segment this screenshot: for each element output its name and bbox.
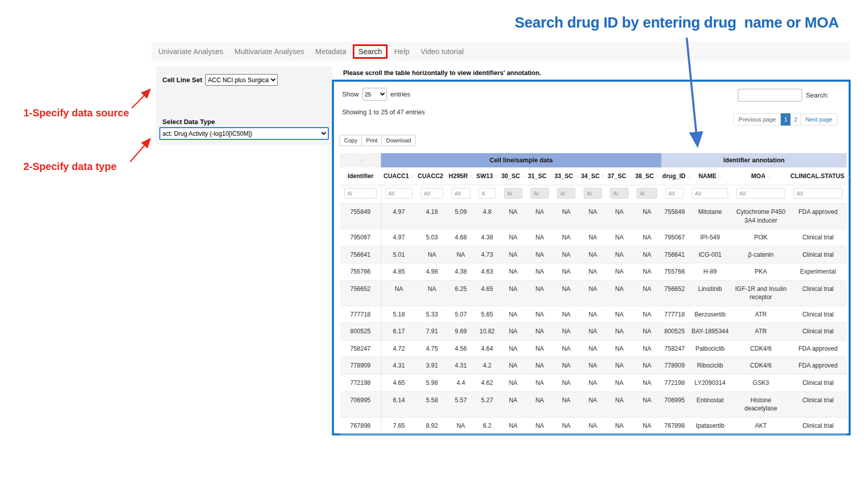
column-filter-input[interactable]: [421, 188, 443, 199]
column-header-label: H295R: [449, 173, 468, 180]
column-filter-input: [531, 188, 549, 199]
table-cell: NA: [553, 204, 580, 229]
column-header-clinical.status[interactable]: CLINICAL.STATUS↑↓: [789, 167, 847, 185]
sort-icon[interactable]: ↑↓: [718, 174, 721, 179]
column-header-cuacc1[interactable]: CUACC1↑↓: [381, 167, 417, 185]
column-filter-input[interactable]: [478, 188, 496, 199]
next-page-button[interactable]: Next page: [801, 113, 837, 126]
table-cell: 4.38: [474, 229, 500, 247]
sort-icon[interactable]: ↑↓: [521, 174, 525, 179]
table-cell: 4.98: [417, 263, 447, 281]
column-filter-input[interactable]: [736, 188, 785, 199]
column-header-label: 30_SC: [501, 173, 520, 180]
table-cell: NA: [606, 263, 633, 281]
column-header-37_sc[interactable]: 37_SC↑↓: [606, 167, 633, 185]
nav-metadata[interactable]: Metadata: [310, 44, 352, 59]
table-cell: Clinical trial: [789, 417, 847, 434]
column-header-30_sc[interactable]: 30_SC↑↓: [500, 167, 526, 185]
column-header-cuacc2[interactable]: CUACC2↑↓: [417, 167, 447, 185]
column-header-label: MOA: [751, 173, 765, 180]
print-button[interactable]: Print: [361, 135, 382, 146]
page-2-button[interactable]: 2: [790, 113, 801, 126]
column-header-drug_id[interactable]: drug_ID↑↓: [661, 167, 688, 185]
sort-icon[interactable]: ↑↓: [494, 174, 498, 179]
sort-icon[interactable]: ↑↓: [846, 174, 850, 179]
column-header-34_sc[interactable]: 34_SC↑↓: [580, 167, 606, 185]
copy-button[interactable]: Copy: [340, 135, 362, 146]
table-cell: NA: [526, 306, 553, 323]
table-cell: 5.33: [417, 306, 447, 323]
page-1-button[interactable]: 1: [781, 113, 791, 126]
column-header-label: 33_SC: [554, 173, 573, 180]
column-header-identifier[interactable]: Identifier: [340, 167, 381, 185]
column-filter-input[interactable]: [793, 188, 842, 199]
table-cell: 5.98: [417, 375, 447, 392]
sort-icon[interactable]: ↑↓: [445, 174, 448, 179]
column-filter-input[interactable]: [451, 188, 470, 199]
sort-icon[interactable]: ↑↓: [469, 174, 473, 179]
sort-icon[interactable]: ↑↓: [767, 174, 770, 179]
table-cell: NA: [500, 417, 526, 434]
sort-icon[interactable]: ↑↓: [574, 174, 578, 179]
column-header-38_sc[interactable]: 38_SC↑↓: [633, 167, 661, 185]
table-cell: 756652: [661, 280, 688, 306]
table-cell: NA: [580, 375, 606, 392]
data-type-label: Select Data Type: [162, 118, 215, 126]
nav-univariate-analyses[interactable]: Univariate Analyses: [153, 44, 229, 59]
table-cell: NA: [606, 357, 633, 375]
table-cell: 8.92: [417, 417, 447, 434]
table-cell: NA: [553, 280, 580, 306]
sort-icon[interactable]: ↑↓: [628, 174, 631, 179]
sort-icon[interactable]: ↑↓: [411, 174, 414, 179]
group-header-identifier-annotation: Identifier annotation: [661, 153, 847, 167]
table-cell: 6.2: [474, 417, 500, 434]
table-cell: Ipatasertib: [688, 417, 732, 434]
cell-line-set-select[interactable]: ACC NCI plus Surgical: [205, 74, 278, 86]
table-cell: 756641: [661, 246, 688, 263]
sort-icon[interactable]: ↑↓: [655, 174, 659, 179]
column-filter-input[interactable]: [344, 188, 377, 199]
table-cell: 4.73: [474, 246, 500, 263]
table-cell: Histone deacetylase: [732, 392, 789, 417]
sort-icon[interactable]: ↑↓: [687, 174, 690, 179]
identifier-sort-cell[interactable]: ↑↓: [340, 153, 381, 167]
table-row: 8005256.177.919.6910.82NANANANANANA80052…: [340, 323, 847, 340]
column-filter-input[interactable]: [385, 188, 413, 199]
download-button[interactable]: Download: [381, 135, 416, 146]
entries-per-page-select[interactable]: 25: [363, 88, 387, 101]
column-header-moa[interactable]: MOA↑↓: [732, 167, 789, 185]
nav-search[interactable]: Search: [353, 44, 388, 59]
column-header-31_sc[interactable]: 31_SC↑↓: [526, 167, 553, 185]
column-header-33_sc[interactable]: 33_SC↑↓: [553, 167, 580, 185]
table-row: 7721984.655.984.44.62NANANANANANA772198L…: [340, 375, 847, 392]
column-header-sw13[interactable]: SW13↑↓: [474, 167, 500, 185]
table-cell: ICG-001: [688, 246, 732, 263]
table-cell: NA: [580, 280, 606, 306]
nav-video-tutorial[interactable]: Video tutorial: [415, 44, 469, 59]
table-cell: ATR: [732, 306, 789, 323]
previous-page-button[interactable]: Previous page: [733, 113, 781, 126]
sort-icon[interactable]: ↑↓: [359, 158, 363, 163]
table-cell: 5.01: [381, 246, 417, 263]
table-cell: NA: [526, 263, 553, 281]
data-type-select[interactable]: act: Drug Activity (-log10[IC50M]): [159, 127, 329, 140]
table-cell: 4.38: [447, 263, 474, 281]
column-filter-input[interactable]: [665, 188, 684, 199]
table-cell: NA: [500, 340, 526, 357]
table-cell: PI3K: [732, 229, 789, 247]
column-header-h295r[interactable]: H295R↑↓: [447, 167, 474, 185]
table-cell: NA: [526, 375, 553, 392]
table-cell: NA: [526, 204, 553, 229]
table-cell: 5.27: [474, 392, 500, 417]
table-cell: 4.4: [447, 375, 474, 392]
table-cell: FDA approved: [789, 357, 847, 375]
column-filter-input[interactable]: [692, 188, 728, 199]
nav-help[interactable]: Help: [389, 44, 415, 59]
table-cell: NA: [417, 246, 447, 263]
table-cell: FDA approved: [789, 340, 847, 357]
sort-icon[interactable]: ↑↓: [601, 174, 605, 179]
column-header-name[interactable]: NAME↑↓: [688, 167, 732, 185]
nav-multivariate-analyses[interactable]: Multivariate Analyses: [229, 44, 309, 59]
search-input[interactable]: [738, 89, 802, 102]
sort-icon[interactable]: ↑↓: [548, 174, 551, 179]
